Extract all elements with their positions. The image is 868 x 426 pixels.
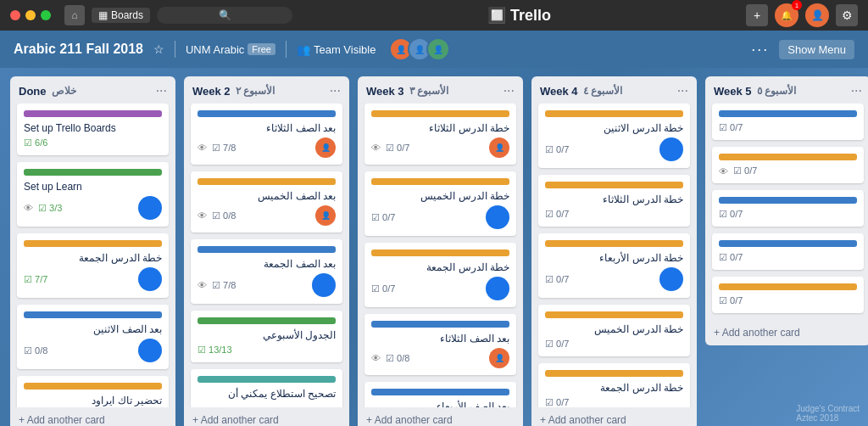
list-item[interactable]: خطة الدرس الجمعة☑ 0/7	[538, 363, 690, 407]
card-color-bar	[198, 110, 336, 117]
card-color-bar	[545, 110, 683, 117]
list-item[interactable]: بعد الصف الجمعة👁☑ 7/8	[191, 239, 342, 304]
list-item[interactable]: خطة الدرس الثلاثاء☑ 0/7	[538, 175, 690, 227]
add-card-button[interactable]: + Add another card	[705, 320, 868, 345]
card-title: Set up Trello Boards	[24, 122, 162, 134]
card-color-bar	[198, 376, 336, 383]
list-item[interactable]: خطة الدرس الجمعة☑ 0/7	[364, 243, 516, 307]
card-title: بعد الصف الاثنين	[24, 323, 162, 335]
list-item[interactable]: الجدول الأسبوعي☑ 13/13	[191, 311, 342, 362]
list-item[interactable]: ☑ 0/7	[712, 190, 864, 227]
list-item[interactable]: خطة الدرس الجمعة☑ 7/7	[17, 233, 169, 298]
list-item[interactable]: ☑ 0/7	[712, 104, 864, 140]
card-color-bar	[371, 389, 509, 395]
card-color-bar	[371, 249, 509, 256]
home-icon[interactable]: ⌂	[64, 5, 85, 25]
card-color-bar	[24, 311, 162, 318]
list-item[interactable]: 👁☑ 0/7	[712, 147, 864, 183]
card-title: خطة الدرس الخميس	[545, 323, 683, 335]
card-color-bar	[198, 246, 336, 253]
minimize-button[interactable]	[25, 10, 36, 20]
add-card-button[interactable]: + Add another card	[10, 407, 175, 426]
checklist-badge2: ☑ 0/8	[386, 353, 409, 364]
card-color-bar	[545, 370, 683, 377]
board-area: Done خلاص···Set up Trello Boards☑ 6/6Set…	[0, 68, 868, 426]
column-menu-week4[interactable]: ···	[677, 83, 688, 98]
add-button[interactable]: +	[746, 4, 768, 26]
column-menu-week2[interactable]: ···	[330, 83, 341, 98]
list-item[interactable]: خطة الدرس الخميس☑ 0/7	[538, 305, 690, 356]
visibility-tag[interactable]: 👥 Team Visible	[297, 43, 376, 56]
list-item[interactable]: خطة الدرس الاثنين☑ 0/7	[538, 104, 690, 168]
user-avatar[interactable]: 👤	[805, 3, 829, 27]
avatar	[138, 196, 162, 220]
divider	[175, 41, 175, 58]
avatar	[486, 205, 509, 229]
list-item[interactable]: بعد الصف الخميس👁☑ 0/8👤	[191, 171, 342, 233]
card-footer: ☑ 0/7	[545, 209, 683, 220]
card-color-bar	[545, 311, 683, 318]
card-color-bar	[719, 197, 857, 204]
card-title: بعد الصف الجمعة	[198, 258, 336, 270]
list-item[interactable]: بعد الصف الاثنين☑ 0/8	[17, 305, 169, 369]
notification-badge: 1	[792, 0, 802, 10]
member-avatars: 👤 👤 👤	[392, 37, 450, 61]
column-menu-week3[interactable]: ···	[504, 83, 515, 98]
list-item[interactable]: Set up Trello Boards☑ 6/6	[17, 104, 169, 155]
list-item[interactable]: خطة الدرس الأربعاء☑ 0/7	[538, 233, 690, 298]
list-item[interactable]: بعد الصف الثلاثاء👁☑ 7/8👤	[191, 104, 342, 165]
list-item[interactable]: بعد الصف الثلاثاء👁☑ 0/8👤	[364, 314, 516, 375]
add-card-button[interactable]: + Add another card	[358, 407, 523, 426]
avatar	[659, 137, 683, 161]
notification-bell[interactable]: 🔔 1	[775, 3, 798, 27]
org-tag[interactable]: UNM Arabic Free	[186, 43, 275, 56]
more-button[interactable]: ···	[751, 41, 769, 59]
add-card-button[interactable]: + Add another card	[184, 407, 349, 426]
eye-badge: 👁	[719, 166, 728, 177]
add-card-button[interactable]: + Add another card	[531, 407, 697, 426]
checklist-badge: ☑ 6/6	[24, 137, 47, 149]
avatar-3[interactable]: 👤	[426, 37, 450, 61]
eye-badge: 👁	[198, 143, 207, 153]
team-icon: 👥	[297, 43, 310, 56]
column-menu-week5[interactable]: ···	[851, 83, 862, 98]
column-cards-week3: خطة الدرس الثلاثاء👁☑ 0/7👤خطة الدرس الخمي…	[358, 104, 523, 407]
list-item[interactable]: خطة الدرس الثلاثاء👁☑ 0/7👤	[364, 104, 516, 165]
checklist-badge: ☑ 0/7	[719, 209, 743, 220]
card-footer: 👁☑ 0/8👤	[198, 205, 336, 226]
card-footer: 👁☑ 0/7👤	[371, 137, 509, 158]
card-title: خطة الدرس الخميس	[371, 190, 509, 202]
card-color-bar	[24, 383, 162, 390]
list-item[interactable]: خطة الدرس الخميس☑ 0/7	[364, 171, 516, 236]
eye-badge: 👁	[24, 203, 33, 213]
column-menu-done[interactable]: ···	[156, 83, 167, 98]
column-header-week2: Week 2 الأسبوع ٢···	[184, 76, 349, 104]
star-icon[interactable]: ☆	[153, 42, 164, 56]
search-bar[interactable]: 🔍	[157, 7, 292, 24]
settings-button[interactable]: ⚙	[836, 4, 858, 26]
app-header: Arabic 211 Fall 2018 ☆ UNM Arabic Free 👥…	[0, 31, 868, 68]
card-footer: ☑ 0/7	[719, 122, 857, 133]
avatar	[312, 273, 336, 297]
list-item[interactable]: تصحيح استطلاع يمكني أن	[191, 369, 342, 407]
column-week4: Week 4 الأسبوع ٤···خطة الدرس الاثنين☑ 0/…	[531, 76, 697, 426]
column-title-week5: Week 5 الأسبوع ٥	[714, 85, 796, 98]
list-item[interactable]: تحضير تاك ايراود	[17, 376, 169, 407]
card-footer: ☑ 6/6	[24, 137, 162, 149]
titlebar-actions: + 🔔 1 👤 ⚙	[746, 3, 858, 27]
list-item[interactable]: بعد الصف الأربعاء☑ 0/8	[364, 382, 516, 407]
checklist-badge: ☑ 0/7	[719, 122, 743, 133]
list-item[interactable]: Set up Learn👁☑ 3/3	[17, 162, 169, 227]
list-item[interactable]: ☑ 0/7	[712, 277, 864, 313]
checklist-badge: ☑ 0/7	[371, 212, 395, 223]
card-color-bar	[198, 178, 336, 185]
close-button[interactable]	[10, 10, 20, 20]
checklist-badge: ☑ 0/7	[545, 397, 569, 407]
card-title: Set up Learn	[24, 181, 162, 193]
maximize-button[interactable]	[41, 10, 51, 20]
list-item[interactable]: ☑ 0/7	[712, 233, 864, 270]
visibility-label: Team Visible	[314, 43, 376, 56]
boards-button[interactable]: ▦ Boards	[92, 8, 150, 23]
card-footer: ☑ 0/7	[545, 397, 683, 407]
show-menu-button[interactable]: Show Menu	[779, 40, 854, 59]
